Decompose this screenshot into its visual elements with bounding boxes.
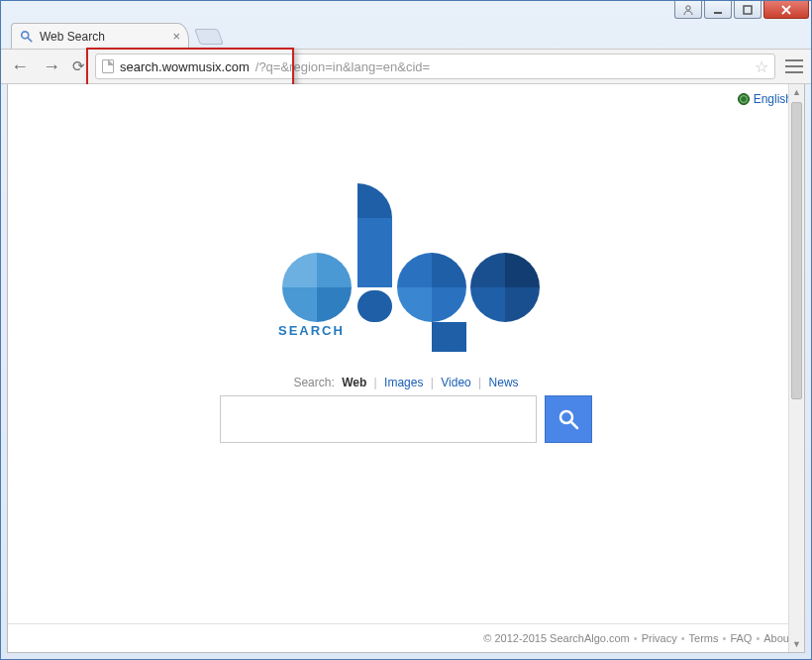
search-icon	[557, 407, 580, 431]
vertical-scrollbar[interactable]: ▲ ▼	[788, 84, 804, 652]
svg-point-0	[686, 5, 690, 9]
svg-rect-1	[714, 12, 722, 14]
search-category-tabs: Search: Web | Images | Video | News	[293, 376, 518, 389]
svg-rect-6	[357, 290, 392, 322]
language-label: English	[754, 92, 792, 106]
footer-faq[interactable]: FAQ	[730, 632, 752, 644]
page-viewport: English	[7, 84, 805, 653]
scroll-up-icon[interactable]: ▲	[789, 84, 804, 100]
reload-button[interactable]: ⟳	[72, 57, 85, 75]
svg-rect-5	[357, 218, 392, 287]
scroll-down-icon[interactable]: ▼	[789, 636, 804, 652]
window-titlebar	[1, 1, 811, 21]
browser-toolbar: ← → ⟳ search.wowmusix.com/?q=&region=in&…	[1, 49, 811, 84]
tab-video[interactable]: Video	[441, 376, 470, 389]
tab-strip: Web Search ×	[1, 21, 811, 49]
browser-tab[interactable]: Web Search ×	[11, 23, 189, 49]
svg-point-3	[22, 31, 29, 38]
svg-line-4	[28, 37, 32, 41]
tab-close-icon[interactable]: ×	[172, 29, 180, 44]
language-link[interactable]: English	[738, 92, 792, 106]
page-icon	[102, 59, 114, 73]
language-bar: English	[8, 84, 804, 114]
globe-icon	[738, 93, 750, 105]
tab-title: Web Search	[40, 30, 105, 44]
tab-news[interactable]: News	[489, 376, 519, 389]
user-button[interactable]	[674, 1, 702, 19]
menu-button[interactable]	[785, 59, 803, 73]
footer: © 2012-2015 SearchAlgo.com • Privacy • T…	[8, 623, 804, 652]
url-rest: /?q=&region=in&lang=en&cid=	[255, 59, 430, 74]
scrollbar-thumb[interactable]	[791, 102, 802, 399]
footer-privacy[interactable]: Privacy	[642, 632, 677, 644]
search-button[interactable]	[545, 395, 592, 443]
forward-button[interactable]: →	[41, 56, 62, 77]
browser-window: Web Search × ← → ⟳ search.wowmusix.com/?…	[0, 0, 812, 660]
url-host: search.wowmusix.com	[120, 59, 250, 74]
search-input[interactable]	[220, 395, 537, 443]
tab-images[interactable]: Images	[384, 376, 423, 389]
bookmark-star-icon[interactable]: ☆	[755, 57, 768, 76]
close-button[interactable]	[763, 1, 809, 19]
main-content: SEARCH Search: Web | Images | Video | Ne…	[8, 114, 804, 623]
minimize-button[interactable]	[704, 1, 732, 19]
back-button[interactable]: ←	[9, 56, 31, 77]
new-tab-button[interactable]	[194, 29, 224, 45]
maximize-button[interactable]	[734, 1, 761, 19]
svg-line-10	[571, 422, 577, 428]
favicon-icon	[20, 30, 34, 44]
footer-terms[interactable]: Terms	[689, 632, 719, 644]
logo: SEARCH	[272, 173, 540, 352]
search-tabs-label: Search:	[293, 376, 334, 389]
svg-rect-2	[744, 6, 752, 14]
address-bar[interactable]: search.wowmusix.com/?q=&region=in&lang=e…	[95, 54, 775, 79]
footer-copyright: © 2012-2015 SearchAlgo.com	[483, 632, 630, 644]
tab-web[interactable]: Web	[342, 376, 366, 389]
logo-subtext: SEARCH	[278, 323, 345, 338]
search-row	[220, 395, 592, 443]
